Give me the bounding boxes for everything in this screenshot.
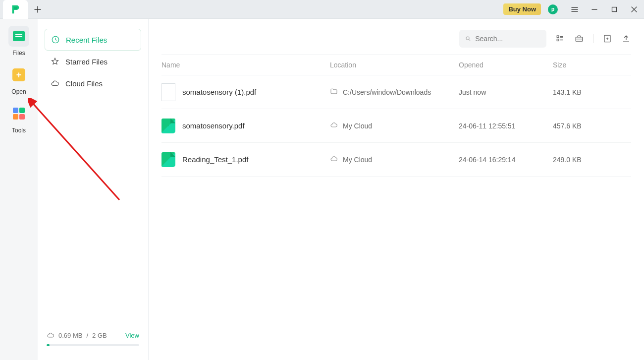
user-avatar[interactable]: p [548,4,558,14]
cloud-icon [51,79,59,88]
sidebar-cloud-label: Cloud Files [65,79,103,88]
rail-files-label: Files [12,50,25,57]
search-input[interactable] [475,35,540,43]
hamburger-icon [571,6,578,13]
titlebar: Buy Now p [0,0,644,19]
file-location: My Cloud [343,122,372,130]
storage-footer: 0.69 MB / 2 GB View [45,331,141,350]
maximize-button[interactable] [604,0,624,19]
open-icon: + [12,68,25,81]
upload-icon [622,34,631,43]
cloud-small-icon [47,331,54,339]
close-icon [631,6,638,13]
sidebar-starred-label: Starred Files [65,58,107,66]
folder-icon [330,87,338,97]
search-icon [465,35,471,42]
rail-files[interactable]: Files [4,26,34,57]
table-header: Name Location Opened Size [161,55,631,75]
table-row[interactable]: Reading_Test_1.pdfMy Cloud24-06-14 16:29… [161,143,631,177]
file-name: somatosensory.pdf [182,121,245,130]
pdf-thumbnail-icon [161,119,175,133]
svg-point-2 [466,37,469,40]
toolbar-separator [593,34,593,43]
file-size: 249.0 KB [553,156,631,164]
file-opened: Just now [459,88,553,96]
plus-icon [34,6,41,13]
storage-view-link[interactable]: View [125,332,139,339]
file-name: somatosensory (1).pdf [182,88,256,96]
file-location: My Cloud [343,156,372,164]
minimize-icon [591,6,598,13]
new-file-button[interactable] [602,34,612,44]
file-opened: 24-06-14 16:29:14 [459,156,553,164]
file-size: 143.1 KB [553,88,631,96]
col-opened-header: Opened [459,61,553,69]
sidebar-recent-label: Recent Files [66,36,107,44]
menu-button[interactable] [565,0,585,19]
file-name: Reading_Test_1.pdf [182,155,248,164]
main-panel: Name Location Opened Size somatosensory … [149,19,644,360]
app-tab[interactable] [3,0,28,19]
list-view-icon [556,34,565,43]
toolbar [161,28,631,55]
pdf-thumbnail-icon [161,152,175,167]
sidebar-cloud-files[interactable]: Cloud Files [45,72,141,94]
svg-rect-3 [557,36,559,38]
toolbox-button[interactable] [574,34,584,44]
file-size: 457.6 KB [553,122,631,130]
file-location: C:/Users/window/Downloads [343,88,431,96]
storage-sep: / [86,332,88,339]
svg-rect-0 [612,7,617,11]
svg-rect-4 [557,39,559,41]
sidebar: Recent Files Starred Files Cloud Files 0… [38,19,149,360]
cloud-icon [330,155,338,164]
sidebar-recent-files[interactable]: Recent Files [45,29,141,51]
col-size-header: Size [553,61,631,69]
file-plus-icon [603,34,612,43]
col-name-header: Name [161,61,330,69]
maximize-icon [611,6,618,13]
search-box[interactable] [459,30,546,48]
files-icon [13,31,25,41]
star-icon [51,57,59,66]
sidebar-starred-files[interactable]: Starred Files [45,51,141,72]
toolbox-icon [575,34,584,43]
storage-used: 0.69 MB [58,332,82,339]
upload-button[interactable] [621,34,631,44]
rail-tools-label: Tools [12,127,26,134]
clock-icon [51,35,60,44]
col-location-header: Location [330,61,459,69]
view-list-button[interactable] [555,34,565,44]
rail-open-label: Open [11,88,26,95]
new-tab-button[interactable] [28,0,48,19]
minimize-button[interactable] [585,0,604,19]
file-opened: 24-06-11 12:55:51 [459,122,553,130]
nav-rail: Files + Open Tools [0,19,38,360]
buy-now-button[interactable]: Buy Now [503,3,541,15]
storage-cap: 2 GB [92,332,107,339]
cloud-icon [330,121,338,130]
document-thumbnail-icon [161,83,175,101]
table-row[interactable]: somatosensory (1).pdfC:/Users/window/Dow… [161,75,631,109]
table-body: somatosensory (1).pdfC:/Users/window/Dow… [161,75,631,177]
app-logo-icon [10,4,21,15]
rail-open[interactable]: + Open [4,64,34,95]
close-button[interactable] [624,0,644,19]
storage-progress [47,344,139,346]
rail-tools[interactable]: Tools [4,103,34,134]
table-row[interactable]: somatosensory.pdfMy Cloud24-06-11 12:55:… [161,109,631,143]
tools-icon [13,108,25,120]
